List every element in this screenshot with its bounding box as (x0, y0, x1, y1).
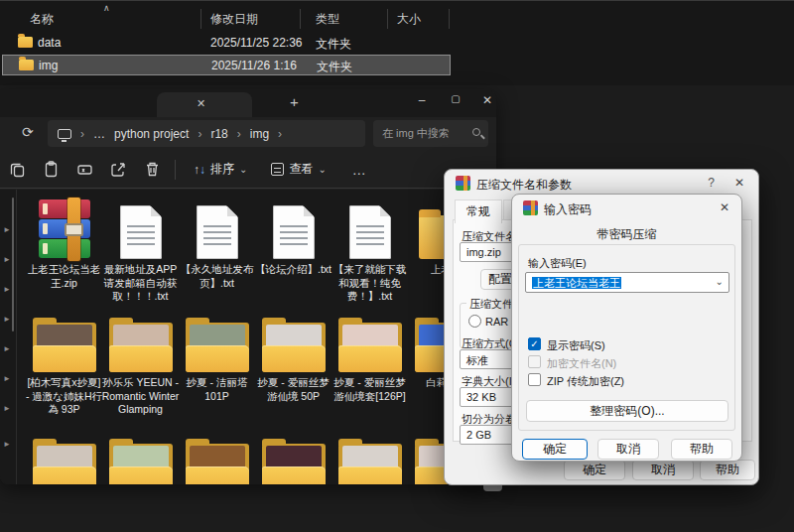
breadcrumb-segment[interactable]: r18 (210, 127, 227, 141)
password-dialog-titlebar[interactable]: 输入密码 ✕ (512, 195, 741, 221)
close-icon[interactable]: ✕ (734, 176, 744, 190)
column-header-type[interactable]: 类型 (316, 11, 339, 28)
tab-bar: ✕ + – ▢ ✕ (0, 89, 496, 117)
file-item[interactable]: 抄夏 - 爱丽丝梦游仙境 50P (255, 311, 331, 417)
paste-icon[interactable] (34, 160, 67, 179)
encrypt-names-label: 加密文件名(N) (547, 356, 616, 371)
search-icon[interactable] (472, 128, 480, 136)
share-icon[interactable] (101, 160, 135, 179)
winrar-app-icon (456, 176, 470, 191)
copy-icon[interactable] (0, 160, 34, 179)
column-divider[interactable] (200, 9, 201, 29)
cancel-button[interactable]: 取消 (597, 439, 659, 460)
column-divider[interactable] (387, 9, 388, 29)
folder-thumbnail-icon (109, 323, 173, 372)
cancel-button[interactable]: 取消 (632, 460, 694, 480)
maximize-button[interactable]: ▢ (443, 93, 468, 104)
folder-thumbnail-icon (338, 323, 402, 372)
tab-close-icon[interactable]: ✕ (197, 97, 205, 110)
help-button[interactable]: 帮助 (671, 439, 732, 460)
column-header-date[interactable]: 修改日期 (210, 11, 258, 28)
view-button[interactable]: 查看 ⌄ (259, 161, 337, 178)
file-item[interactable]: [柏木写真x抄夏] - 過激な姉妹H行為 93P (26, 311, 102, 417)
folder-thumbnail-icon (262, 444, 326, 484)
scrollbar[interactable] (12, 198, 14, 332)
new-tab-button[interactable]: + (290, 93, 299, 110)
file-label: 上老王论坛当老王.zip (26, 263, 103, 290)
table-row-selected[interactable]: img 2025/11/26 1:16 文件夹 (2, 55, 451, 75)
ok-button[interactable]: 确定 (522, 439, 588, 460)
format-rar-radio[interactable] (468, 315, 481, 328)
chevron-icon: › (198, 127, 201, 141)
explorer-tab[interactable]: ✕ (157, 92, 252, 117)
file-label: 抄夏 - 爱丽丝梦游仙境套[126P] (331, 376, 409, 403)
close-icon[interactable]: ✕ (720, 200, 729, 214)
dictionary-size-value: 32 KB (466, 391, 496, 403)
column-header-size[interactable]: 大小 (397, 11, 421, 28)
column-header-name[interactable]: 名称 (30, 11, 54, 28)
password-input[interactable]: 上老王论坛当老王 ⌄ (525, 272, 729, 293)
close-button[interactable]: ✕ (474, 93, 496, 107)
refresh-icon[interactable]: ⟳ (22, 124, 34, 140)
search-input[interactable]: 在 img 中搜索 (373, 120, 488, 147)
column-divider[interactable] (300, 9, 301, 29)
chevron-icon: › (237, 127, 241, 141)
breadcrumb-segment[interactable]: img (250, 127, 269, 141)
file-item[interactable] (331, 432, 408, 484)
file-item[interactable] (179, 432, 255, 484)
navigation-pane-edge[interactable]: ►► ►► ►► ►► (0, 190, 17, 484)
this-pc-icon[interactable] (58, 129, 71, 139)
password-header: 带密码压缩 (512, 226, 741, 243)
column-divider[interactable] (449, 9, 450, 29)
breadcrumb-ellipsis[interactable]: … (93, 127, 105, 141)
file-item[interactable]: 最新地址及APP请发邮箱自动获取！！！.txt (102, 198, 179, 304)
file-item[interactable] (255, 432, 331, 484)
table-row[interactable]: data 2025/11/25 22:36 文件夹 (2, 33, 451, 54)
ok-button[interactable]: 确定 (564, 460, 625, 480)
file-item[interactable]: 抄夏 - 爱丽丝梦游仙境套[126P] (331, 311, 408, 417)
enter-password-label: 输入密码(E) (528, 256, 587, 271)
help-button[interactable]: 帮助 (700, 460, 755, 480)
organize-passwords-button[interactable]: 整理密码(O)... (526, 400, 728, 422)
file-item[interactable]: 【永久地址发布页】.txt (179, 198, 255, 304)
sort-button[interactable]: ↑↓ 排序 ⌄ (182, 161, 259, 178)
explorer-window: ✕ + – ▢ ✕ ⟳ › … python project › r18 › i… (0, 89, 496, 484)
address-bar: ⟳ › … python project › r18 › img › 在 img… (0, 117, 496, 151)
more-options-button[interactable]: … (338, 162, 381, 178)
file-item[interactable]: 【论坛介绍】.txt (255, 198, 331, 304)
archive-dialog-titlebar[interactable]: 压缩文件名和参数 ? ✕ (445, 170, 758, 197)
minimize-button[interactable]: – (409, 93, 435, 107)
file-name: data (38, 36, 61, 50)
folder-thumbnail-icon (338, 444, 402, 484)
compression-method-value: 标准 (466, 354, 488, 366)
file-grid-row (26, 432, 488, 484)
file-label: 最新地址及APP请发邮箱自动获取！！！.txt (102, 263, 180, 304)
file-item[interactable]: 【来了就能下载和观看！纯免费！】.txt (331, 198, 408, 304)
file-item[interactable] (26, 432, 102, 484)
file-item[interactable]: 抄夏 - 洁丽塔 101P (179, 311, 255, 417)
help-icon[interactable]: ? (708, 176, 715, 190)
zip-legacy-checkbox[interactable] (528, 373, 541, 386)
rename-icon[interactable] (67, 160, 101, 179)
folder-icon (19, 60, 34, 70)
breadcrumb[interactable]: › … python project › r18 › img › (48, 120, 365, 147)
folder-thumbnail-icon (186, 444, 249, 484)
file-item[interactable]: 孙乐乐 YEEUN - Romantic Winter Glamping (102, 311, 179, 417)
column-header-row: ∧ 名称 修改日期 类型 大小 (0, 6, 453, 30)
breadcrumb-segment[interactable]: python project (114, 127, 189, 141)
file-label: 抄夏 - 爱丽丝梦游仙境 50P (255, 376, 332, 403)
tab-general[interactable]: 常规 (455, 200, 502, 223)
chevron-down-icon[interactable]: ⌄ (716, 276, 724, 287)
format-rar-label: RAR (485, 316, 508, 328)
chevron-down-icon: ⌄ (239, 164, 247, 175)
text-file-icon (197, 205, 238, 259)
file-label: 【永久地址发布页】.txt (179, 263, 256, 290)
chevron-icon: › (80, 127, 84, 141)
folder-thumbnail-icon (33, 323, 96, 372)
sort-arrows-icon: ↑↓ (194, 163, 205, 177)
file-item[interactable]: 上老王论坛当老王.zip (26, 198, 102, 304)
show-password-checkbox[interactable]: ✓ (528, 337, 541, 350)
file-grid-area: ►► ►► ►► ►► 上老王论坛当老王.zip 最新地址及APP请发邮箱自动获… (0, 190, 496, 484)
file-item[interactable] (102, 432, 179, 484)
delete-icon[interactable] (135, 160, 169, 179)
